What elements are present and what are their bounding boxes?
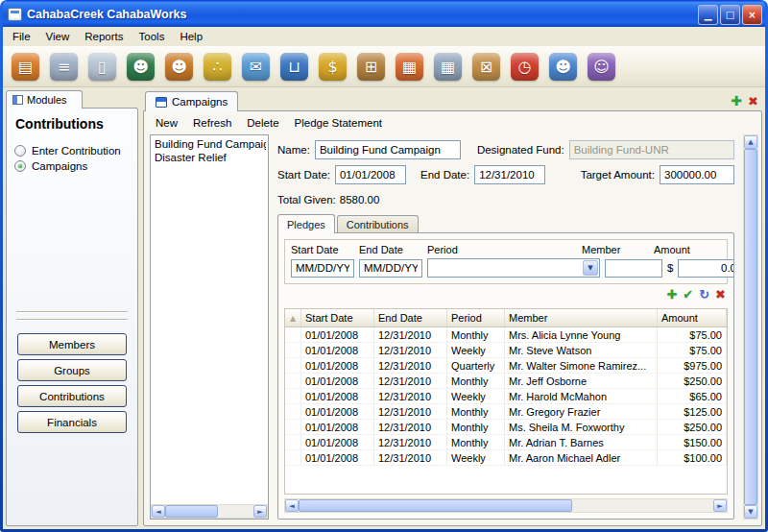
title-bar[interactable]: CahabaCreek CahabaWorks ▁ □ × — [3, 0, 765, 27]
member-field[interactable] — [605, 259, 662, 278]
footsteps-icon[interactable]: ∴ — [204, 53, 231, 81]
scroll-down-icon[interactable]: ▼ — [744, 505, 757, 519]
table-row[interactable]: 01/01/200812/31/2010MonthlyMr. Adrian T.… — [285, 435, 727, 450]
scrollbar-thumb[interactable] — [744, 149, 757, 505]
tab-campaigns[interactable]: Campaigns — [145, 91, 238, 111]
cell-start-date: 01/01/2008 — [301, 327, 374, 342]
cell-end-date: 12/31/2010 — [374, 420, 447, 434]
end-date-field[interactable] — [474, 165, 545, 184]
column-header-period[interactable]: Period — [447, 309, 505, 326]
register-icon[interactable]: ▦ — [396, 53, 423, 81]
scroll-left-icon[interactable]: ◄ — [285, 499, 299, 512]
campaign-list-hscrollbar[interactable]: ◄ ► — [151, 504, 268, 519]
table-row[interactable]: 01/01/200812/31/2010MonthlyMrs. Alicia L… — [285, 327, 727, 343]
column-header-amount[interactable]: Amount — [658, 309, 727, 326]
refresh-pledges-icon[interactable]: ↻ — [699, 288, 709, 301]
cell-amount: $65.00 — [658, 389, 727, 403]
masks-icon[interactable]: ☺ — [588, 53, 615, 81]
pledges-table-body: 01/01/200812/31/2010MonthlyMrs. Alicia L… — [285, 327, 727, 494]
cell-period: Monthly — [447, 374, 505, 388]
menu-item-file[interactable]: File — [5, 29, 38, 44]
table-hscrollbar[interactable]: ◄ ► — [284, 498, 728, 513]
column-header-start-date[interactable]: Start Date — [301, 309, 374, 326]
pledge-start-date-field[interactable] — [291, 259, 354, 278]
table-row[interactable]: 01/01/200812/31/2010QuarterlyMr. Walter … — [285, 358, 727, 374]
entry-start-date-label: Start Date — [291, 244, 354, 255]
module-button-groups[interactable]: Groups — [17, 359, 127, 381]
delete-pledge-icon[interactable]: ✖ — [715, 288, 726, 301]
scrollbar-thumb[interactable] — [165, 505, 218, 518]
menu-item-help[interactable]: Help — [172, 29, 210, 44]
name-label: Name: — [277, 144, 310, 156]
campaign-list-item-disaster-relief[interactable]: Disaster Relief — [153, 151, 266, 164]
target-amount-field[interactable] — [660, 165, 734, 184]
document-icon[interactable]: ▯ — [88, 53, 116, 81]
confirm-pledge-icon[interactable]: ✔ — [683, 288, 693, 301]
amount-field[interactable] — [678, 259, 734, 278]
period-select[interactable]: ▼ — [427, 258, 600, 278]
radio-campaigns[interactable]: Campaigns — [14, 160, 130, 172]
sort-icon[interactable]: ▲ — [285, 309, 301, 326]
module-button-members[interactable]: Members — [17, 333, 127, 355]
members-icon[interactable]: ☻ — [165, 53, 193, 81]
family-group-icon[interactable]: ☻ — [127, 53, 155, 81]
table-row[interactable]: 01/01/200812/31/2010MonthlyMr. Jeff Osbo… — [285, 374, 727, 389]
campaign-list-item-building-fund-campaign[interactable]: Building Fund Campaign — [153, 137, 266, 151]
add-pledge-icon[interactable]: ✚ — [666, 288, 677, 301]
table-row[interactable]: 01/01/200812/31/2010MonthlyMs. Sheila M.… — [285, 420, 727, 435]
maximize-button[interactable]: □ — [720, 5, 740, 25]
name-field[interactable] — [315, 140, 461, 159]
campaigns-menu-delete[interactable]: Delete — [239, 115, 286, 131]
period-select-value[interactable] — [428, 259, 582, 277]
report-pages-icon[interactable]: ≡ — [50, 53, 78, 81]
campaign-list-items: Building Fund CampaignDisaster Relief — [151, 135, 268, 504]
minimize-button[interactable]: ▁ — [698, 5, 718, 25]
scroll-right-icon[interactable]: ► — [713, 499, 727, 512]
gift-box-icon[interactable]: ⊞ — [357, 53, 385, 81]
scrollbar-thumb[interactable] — [299, 499, 572, 512]
package-icon[interactable]: ⊠ — [472, 53, 500, 81]
offering-box-icon[interactable]: ⊔ — [280, 53, 308, 81]
people-pair-icon[interactable]: ☻ — [549, 53, 577, 81]
module-button-contributions[interactable]: Contributions — [17, 385, 127, 407]
cell-period: Weekly — [447, 450, 505, 465]
money-coins-icon[interactable]: $ — [319, 53, 347, 81]
tab-pledges[interactable]: Pledges — [277, 214, 335, 233]
tab-modules[interactable]: Modules — [6, 90, 83, 109]
table-row[interactable]: 01/01/200812/31/2010MonthlyMr. Gregory F… — [285, 404, 727, 420]
column-header-member[interactable]: Member — [505, 309, 658, 326]
start-date-field[interactable] — [335, 165, 406, 184]
campaigns-menu-refresh[interactable]: Refresh — [185, 115, 239, 131]
tab-contributions[interactable]: Contributions — [337, 215, 419, 232]
target-amount-label: Target Amount: — [581, 169, 655, 181]
chevron-down-icon[interactable]: ▼ — [583, 260, 598, 276]
cell-start-date: 01/01/2008 — [301, 420, 374, 434]
modules-tab-icon — [12, 95, 23, 105]
scroll-left-icon[interactable]: ◄ — [152, 505, 165, 518]
cell-end-date: 12/31/2010 — [374, 450, 447, 465]
module-button-financials[interactable]: Financials — [17, 411, 127, 433]
scroll-up-icon[interactable]: ▲ — [744, 135, 757, 149]
close-button[interactable]: × — [742, 5, 762, 25]
campaigns-menu-new[interactable]: New — [148, 115, 185, 131]
close-tab-icon[interactable]: ✖ — [748, 95, 758, 110]
scroll-right-icon[interactable]: ► — [253, 505, 267, 518]
address-book-icon[interactable]: ▤ — [12, 53, 39, 81]
add-tab-icon[interactable]: ✚ — [731, 94, 742, 110]
form-vscrollbar[interactable]: ▲ ▼ — [743, 134, 758, 520]
menu-item-view[interactable]: View — [38, 29, 78, 44]
table-row[interactable]: 01/01/200812/31/2010WeeklyMr. Steve Wats… — [285, 343, 727, 358]
menu-item-tools[interactable]: Tools — [132, 29, 173, 44]
pledge-end-date-field[interactable] — [359, 259, 422, 278]
table-grid-icon[interactable]: ▦ — [434, 53, 462, 81]
campaign-form: Name: Designated Fund: Start Date: End D… — [276, 134, 736, 520]
campaigns-menu-pledge-statement[interactable]: Pledge Statement — [287, 115, 390, 131]
entry-member-label: Member — [582, 244, 639, 255]
alarm-clock-icon[interactable]: ◷ — [511, 53, 539, 81]
table-row[interactable]: 01/01/200812/31/2010WeeklyMr. Aaron Mich… — [285, 450, 727, 466]
column-header-end-date[interactable]: End Date — [374, 309, 447, 326]
menu-item-reports[interactable]: Reports — [77, 29, 131, 44]
mail-icon[interactable]: ✉ — [242, 53, 270, 81]
radio-enter-contribution[interactable]: Enter Contribution — [14, 145, 130, 157]
table-row[interactable]: 01/01/200812/31/2010WeeklyMr. Harold McM… — [285, 389, 727, 404]
